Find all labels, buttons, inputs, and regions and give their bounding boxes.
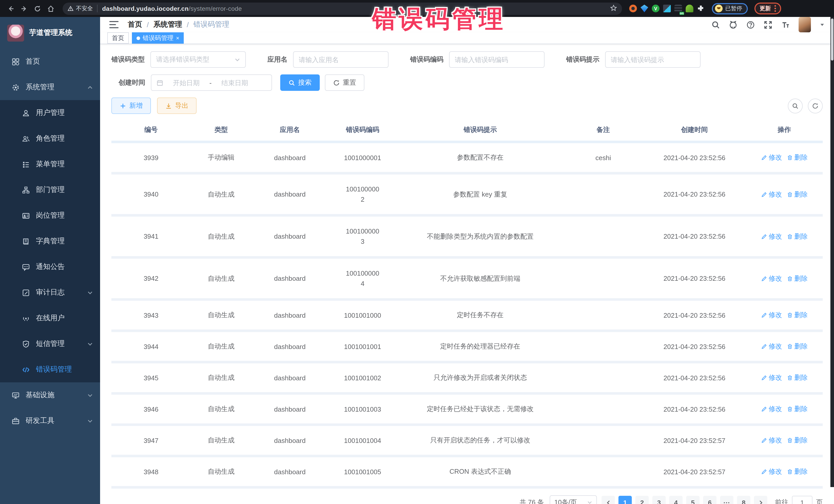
goto-page-input[interactable]	[792, 496, 812, 504]
sidebar-item-dev-tools[interactable]: 研发工具	[0, 408, 100, 434]
tag-home[interactable]: 首页	[107, 32, 129, 44]
table-row: 3940 自动生成 dashboard 1001000002 参数配置 key …	[111, 173, 823, 215]
font-size-icon[interactable]	[781, 20, 790, 29]
github-icon[interactable]	[729, 20, 738, 29]
edit-link[interactable]: 修改	[761, 153, 782, 162]
col-id: 编号	[111, 120, 191, 142]
start-date-input[interactable]	[166, 79, 206, 86]
app-name-input[interactable]	[299, 56, 383, 63]
sidebar-item-roles[interactable]: 角色管理	[0, 126, 100, 151]
page-button-5[interactable]: 5	[686, 496, 700, 504]
extension-icon-green-v[interactable]: V	[652, 5, 659, 12]
sidebar-item-posts[interactable]: 岗位管理	[0, 203, 100, 228]
error-code-input[interactable]	[455, 56, 539, 63]
browser-home-icon[interactable]	[45, 3, 57, 14]
security-chip[interactable]: 不安全	[68, 5, 97, 12]
extensions-puzzle-icon[interactable]	[697, 5, 705, 12]
browser-back-icon[interactable]	[5, 3, 17, 14]
delete-link[interactable]: 删除	[787, 467, 808, 476]
arrow-left-icon	[605, 500, 611, 504]
export-button[interactable]: 导出	[157, 97, 197, 114]
extension-icon-blue-gem[interactable]	[640, 5, 648, 12]
delete-link[interactable]: 删除	[787, 404, 808, 414]
pencil-icon	[761, 406, 767, 412]
edit-link[interactable]: 修改	[761, 190, 782, 199]
bookmark-star-icon[interactable]	[610, 4, 617, 13]
delete-link[interactable]: 删除	[787, 436, 808, 445]
page-button-6[interactable]: 6	[703, 496, 717, 504]
edit-link[interactable]: 修改	[761, 436, 782, 445]
delete-link[interactable]: 删除	[787, 190, 808, 199]
prev-page-button[interactable]	[601, 496, 615, 504]
delete-link[interactable]: 删除	[787, 342, 808, 351]
breadcrumb-system[interactable]: 系统管理	[153, 20, 182, 29]
delete-link[interactable]: 删除	[787, 373, 808, 382]
edit-link[interactable]: 修改	[761, 373, 782, 382]
edit-link[interactable]: 修改	[761, 342, 782, 351]
page-button-2[interactable]: 2	[635, 496, 649, 504]
browser-reload-icon[interactable]	[32, 3, 43, 14]
fullscreen-icon[interactable]	[764, 20, 772, 29]
browser-forward-icon[interactable]	[19, 3, 30, 14]
more-pages-button[interactable]: ···	[720, 496, 733, 504]
page-button-1[interactable]: 1	[618, 496, 632, 504]
extension-icon-key[interactable]	[686, 5, 694, 12]
delete-link[interactable]: 删除	[787, 310, 808, 320]
sidebar-item-online-users[interactable]: 在线用户	[0, 305, 100, 331]
sidebar-item-depts[interactable]: 部门管理	[0, 177, 100, 203]
page-button-4[interactable]: 4	[669, 496, 683, 504]
edit-link[interactable]: 修改	[761, 467, 782, 476]
reset-button[interactable]: 重置	[325, 74, 365, 91]
app-logo[interactable]: 芋道管理系统	[0, 17, 100, 49]
browser-update-button[interactable]: 更新	[754, 3, 781, 14]
next-page-button[interactable]	[754, 496, 767, 504]
app-name-label: 应用名	[267, 55, 287, 64]
sidebar-item-infrastructure[interactable]: 基础设施	[0, 382, 100, 408]
avatar-caret-down-icon[interactable]	[820, 20, 825, 29]
scrollbar-thumb[interactable]	[831, 19, 833, 61]
delete-link[interactable]: 删除	[787, 232, 808, 241]
sidebar-item-sms[interactable]: 短信管理	[0, 331, 100, 357]
sidebar-item-dict[interactable]: 字典管理	[0, 228, 100, 254]
user-avatar[interactable]	[798, 17, 811, 32]
tag-close-icon[interactable]: ×	[176, 35, 179, 41]
delete-link[interactable]: 删除	[787, 274, 808, 283]
search-button[interactable]: 搜索	[280, 74, 320, 91]
delete-link[interactable]: 删除	[787, 153, 808, 162]
page-size-select[interactable]: 10条/页	[550, 495, 597, 504]
page-button-3[interactable]: 3	[652, 496, 666, 504]
breadcrumb-home[interactable]: 首页	[128, 20, 142, 29]
address-bar[interactable]: 不安全 dashboard.yudao.iocoder.cn/system/er…	[63, 2, 622, 15]
tag-error-code[interactable]: 错误码管理 ×	[132, 32, 184, 44]
sidebar-item-menus[interactable]: 菜单管理	[0, 151, 100, 177]
refresh-table-button[interactable]	[808, 98, 823, 113]
sidebar-item-users[interactable]: 用户管理	[0, 100, 100, 126]
org-tree-icon	[22, 186, 30, 194]
edit-link[interactable]: 修改	[761, 274, 782, 283]
sidebar-item-audit-log[interactable]: 审计日志	[0, 280, 100, 305]
hamburger-icon[interactable]	[109, 21, 118, 28]
end-date-input[interactable]	[215, 79, 255, 86]
toggle-search-button[interactable]	[788, 98, 803, 113]
extension-icon-list[interactable]: on	[674, 5, 682, 12]
help-icon[interactable]	[746, 20, 755, 29]
sidebar-item-home[interactable]: 首页	[0, 49, 100, 74]
error-msg-input[interactable]	[611, 56, 695, 63]
table-row: 3947 自动生成 dashboard 1001001004 只有开启状态的任务…	[111, 425, 823, 456]
edit-link[interactable]: 修改	[761, 232, 782, 241]
page-button-8[interactable]: 8	[737, 496, 750, 504]
edit-link[interactable]: 修改	[761, 404, 782, 414]
sidebar-item-error-code[interactable]: 错误码管理	[0, 357, 100, 382]
date-range-picker[interactable]: -	[151, 74, 272, 91]
profile-paused-badge[interactable]: 已暂停	[712, 3, 748, 14]
add-button[interactable]: 新增	[111, 97, 151, 114]
edit-link[interactable]: 修改	[761, 310, 782, 320]
browser-menu-icon[interactable]	[774, 5, 776, 12]
error-type-select[interactable]: 请选择错误码类型	[150, 51, 246, 68]
window-scrollbar[interactable]	[830, 17, 834, 487]
sidebar-item-system[interactable]: 系统管理	[0, 74, 100, 100]
header-search-icon[interactable]	[711, 20, 720, 29]
extension-icon-orange[interactable]	[629, 5, 637, 12]
extension-icon-grid[interactable]	[663, 5, 671, 12]
sidebar-item-notice[interactable]: 通知公告	[0, 254, 100, 280]
